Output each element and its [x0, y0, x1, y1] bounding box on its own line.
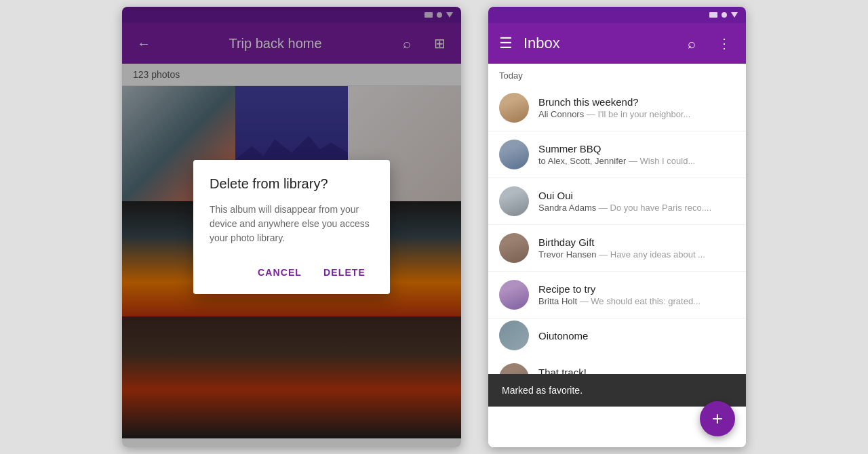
item-meta-britta: Britta Holt — We should eat this: grated… — [538, 296, 735, 306]
item-content-trevor: Birthday Gift Trevor Hansen — Have any i… — [538, 236, 735, 260]
item-subject-trevor: Birthday Gift — [538, 236, 735, 248]
cancel-button[interactable]: CANCEL — [250, 262, 310, 283]
item-content-ali: Brunch this weekend? Ali Connors — I'll … — [538, 96, 735, 119]
item-meta-trevor: Trevor Hansen — Have any ideas about ... — [538, 249, 735, 260]
item-content-britta: Recipe to try Britta Holt — We should ea… — [538, 283, 735, 306]
app-bar-right: ☰ Inbox ⌕ ⋮ — [488, 23, 746, 64]
item-meta-summer: to Alex, Scott, Jennifer — Wish I could.… — [538, 156, 735, 166]
menu-button[interactable]: ☰ — [499, 35, 513, 52]
wifi-icon-right — [731, 12, 738, 18]
item-subject-summer: Summer BBQ — [538, 143, 735, 154]
avatar-britta — [499, 280, 529, 310]
left-phone: ← Trip back home ⌕ ⊞ 123 photos Delete f… — [122, 7, 461, 447]
dialog-actions: CANCEL DELETE — [210, 262, 374, 289]
item-meta-ouioui: Sandra Adams — Do you have Paris reco...… — [538, 203, 735, 213]
inbox-item-summer[interactable]: Summer BBQ to Alex, Scott, Jennifer — Wi… — [488, 131, 746, 178]
inbox-item-britta[interactable]: Recipe to try Britta Holt — We should ea… — [488, 272, 746, 318]
item-content-ouioui: Oui Oui Sandra Adams — Do you have Paris… — [538, 190, 735, 213]
avatar-summer — [499, 140, 529, 169]
item-meta-ali: Ali Connors — I'll be in your neighbor..… — [538, 109, 735, 119]
inbox-item-ali[interactable]: Brunch this weekend? Ali Connors — I'll … — [488, 85, 746, 131]
avatar-partial — [499, 321, 529, 350]
avatar-trevor — [499, 233, 529, 263]
dialog-body: This album will disappear from your devi… — [210, 203, 374, 245]
delete-dialog: Delete from library? This album will dis… — [193, 160, 390, 294]
app-title-right: Inbox — [524, 35, 670, 52]
item-subject-ali: Brunch this weekend? — [538, 96, 735, 108]
right-phone: ☰ Inbox ⌕ ⋮ Today Brunch this weekend? A… — [488, 7, 746, 447]
inbox-item-partial[interactable]: Oiutonome — [488, 318, 746, 352]
snackbar: Marked as favorite. — [488, 374, 746, 407]
item-subject-britta: Recipe to try — [538, 283, 735, 295]
sim-icon-right — [709, 12, 717, 18]
partial-subject: Oiutonome — [538, 330, 588, 342]
status-bar-right — [488, 7, 746, 23]
search-button-right[interactable]: ⌕ — [681, 33, 703, 54]
inbox-item-trevor[interactable]: Birthday Gift Trevor Hansen — Have any i… — [488, 225, 746, 272]
compose-fab[interactable]: + — [700, 401, 735, 436]
item-subject-ouioui: Oui Oui — [538, 190, 735, 201]
avatar-ali — [499, 93, 529, 123]
delete-button[interactable]: DELETE — [315, 262, 374, 283]
signal-dot-right — [722, 12, 727, 18]
inbox-item-ouioui[interactable]: Oui Oui Sandra Adams — Do you have Paris… — [488, 178, 746, 225]
today-label: Today — [488, 64, 746, 85]
dialog-title: Delete from library? — [210, 176, 374, 192]
item-content-summer: Summer BBQ to Alex, Scott, Jennifer — Wi… — [538, 143, 735, 166]
avatar-ouioui — [499, 186, 529, 216]
dialog-overlay: Delete from library? This album will dis… — [122, 7, 461, 447]
more-button[interactable]: ⋮ — [713, 33, 735, 54]
